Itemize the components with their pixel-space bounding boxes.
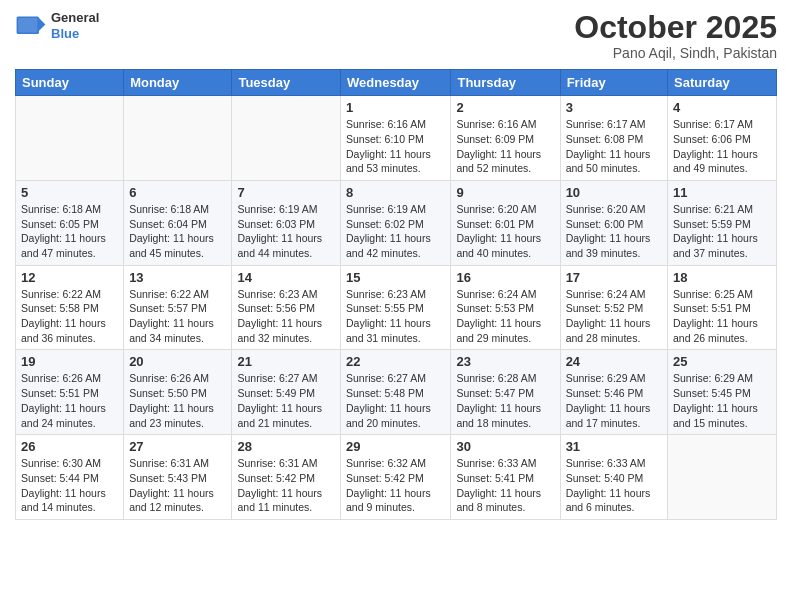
calendar-cell: 30Sunrise: 6:33 AMSunset: 5:41 PMDayligh… (451, 435, 560, 520)
calendar-cell: 13Sunrise: 6:22 AMSunset: 5:57 PMDayligh… (124, 265, 232, 350)
logo: General Blue (15, 10, 99, 42)
weekday-header-friday: Friday (560, 70, 667, 96)
day-number: 3 (566, 100, 662, 115)
day-number: 15 (346, 270, 445, 285)
day-info: Sunrise: 6:24 AMSunset: 5:52 PMDaylight:… (566, 287, 662, 346)
calendar: SundayMondayTuesdayWednesdayThursdayFrid… (15, 69, 777, 520)
day-info: Sunrise: 6:19 AMSunset: 6:03 PMDaylight:… (237, 202, 335, 261)
day-number: 10 (566, 185, 662, 200)
calendar-week-4: 19Sunrise: 6:26 AMSunset: 5:51 PMDayligh… (16, 350, 777, 435)
day-number: 12 (21, 270, 118, 285)
day-number: 7 (237, 185, 335, 200)
calendar-cell: 19Sunrise: 6:26 AMSunset: 5:51 PMDayligh… (16, 350, 124, 435)
calendar-week-2: 5Sunrise: 6:18 AMSunset: 6:05 PMDaylight… (16, 180, 777, 265)
day-number: 29 (346, 439, 445, 454)
weekday-header-monday: Monday (124, 70, 232, 96)
day-info: Sunrise: 6:21 AMSunset: 5:59 PMDaylight:… (673, 202, 771, 261)
calendar-cell: 21Sunrise: 6:27 AMSunset: 5:49 PMDayligh… (232, 350, 341, 435)
weekday-header-row: SundayMondayTuesdayWednesdayThursdayFrid… (16, 70, 777, 96)
calendar-cell: 8Sunrise: 6:19 AMSunset: 6:02 PMDaylight… (341, 180, 451, 265)
location: Pano Aqil, Sindh, Pakistan (574, 45, 777, 61)
day-info: Sunrise: 6:27 AMSunset: 5:48 PMDaylight:… (346, 371, 445, 430)
day-info: Sunrise: 6:20 AMSunset: 6:01 PMDaylight:… (456, 202, 554, 261)
day-info: Sunrise: 6:27 AMSunset: 5:49 PMDaylight:… (237, 371, 335, 430)
day-number: 2 (456, 100, 554, 115)
day-number: 21 (237, 354, 335, 369)
calendar-cell: 20Sunrise: 6:26 AMSunset: 5:50 PMDayligh… (124, 350, 232, 435)
day-info: Sunrise: 6:23 AMSunset: 5:56 PMDaylight:… (237, 287, 335, 346)
day-number: 8 (346, 185, 445, 200)
day-info: Sunrise: 6:33 AMSunset: 5:40 PMDaylight:… (566, 456, 662, 515)
calendar-cell: 31Sunrise: 6:33 AMSunset: 5:40 PMDayligh… (560, 435, 667, 520)
calendar-cell: 27Sunrise: 6:31 AMSunset: 5:43 PMDayligh… (124, 435, 232, 520)
day-info: Sunrise: 6:22 AMSunset: 5:57 PMDaylight:… (129, 287, 226, 346)
calendar-cell: 11Sunrise: 6:21 AMSunset: 5:59 PMDayligh… (668, 180, 777, 265)
calendar-cell: 22Sunrise: 6:27 AMSunset: 5:48 PMDayligh… (341, 350, 451, 435)
svg-marker-1 (39, 18, 45, 31)
weekday-header-sunday: Sunday (16, 70, 124, 96)
page: General Blue October 2025 Pano Aqil, Sin… (0, 0, 792, 612)
day-info: Sunrise: 6:25 AMSunset: 5:51 PMDaylight:… (673, 287, 771, 346)
day-info: Sunrise: 6:22 AMSunset: 5:58 PMDaylight:… (21, 287, 118, 346)
day-info: Sunrise: 6:18 AMSunset: 6:04 PMDaylight:… (129, 202, 226, 261)
day-number: 6 (129, 185, 226, 200)
day-info: Sunrise: 6:19 AMSunset: 6:02 PMDaylight:… (346, 202, 445, 261)
calendar-cell (124, 96, 232, 181)
weekday-header-wednesday: Wednesday (341, 70, 451, 96)
day-info: Sunrise: 6:26 AMSunset: 5:50 PMDaylight:… (129, 371, 226, 430)
calendar-cell: 4Sunrise: 6:17 AMSunset: 6:06 PMDaylight… (668, 96, 777, 181)
calendar-week-1: 1Sunrise: 6:16 AMSunset: 6:10 PMDaylight… (16, 96, 777, 181)
day-info: Sunrise: 6:32 AMSunset: 5:42 PMDaylight:… (346, 456, 445, 515)
day-number: 9 (456, 185, 554, 200)
day-number: 13 (129, 270, 226, 285)
day-info: Sunrise: 6:23 AMSunset: 5:55 PMDaylight:… (346, 287, 445, 346)
calendar-cell: 14Sunrise: 6:23 AMSunset: 5:56 PMDayligh… (232, 265, 341, 350)
day-number: 22 (346, 354, 445, 369)
calendar-cell: 7Sunrise: 6:19 AMSunset: 6:03 PMDaylight… (232, 180, 341, 265)
logo-line1: General (51, 10, 99, 26)
day-info: Sunrise: 6:16 AMSunset: 6:10 PMDaylight:… (346, 117, 445, 176)
day-number: 27 (129, 439, 226, 454)
calendar-cell: 5Sunrise: 6:18 AMSunset: 6:05 PMDaylight… (16, 180, 124, 265)
day-info: Sunrise: 6:30 AMSunset: 5:44 PMDaylight:… (21, 456, 118, 515)
logo-line2: Blue (51, 26, 99, 42)
header-right: October 2025 Pano Aqil, Sindh, Pakistan (574, 10, 777, 61)
calendar-cell (668, 435, 777, 520)
calendar-week-5: 26Sunrise: 6:30 AMSunset: 5:44 PMDayligh… (16, 435, 777, 520)
day-number: 14 (237, 270, 335, 285)
day-number: 30 (456, 439, 554, 454)
day-info: Sunrise: 6:31 AMSunset: 5:43 PMDaylight:… (129, 456, 226, 515)
day-info: Sunrise: 6:31 AMSunset: 5:42 PMDaylight:… (237, 456, 335, 515)
day-number: 20 (129, 354, 226, 369)
calendar-cell: 26Sunrise: 6:30 AMSunset: 5:44 PMDayligh… (16, 435, 124, 520)
calendar-cell: 6Sunrise: 6:18 AMSunset: 6:04 PMDaylight… (124, 180, 232, 265)
day-number: 16 (456, 270, 554, 285)
calendar-cell: 2Sunrise: 6:16 AMSunset: 6:09 PMDaylight… (451, 96, 560, 181)
calendar-cell: 10Sunrise: 6:20 AMSunset: 6:00 PMDayligh… (560, 180, 667, 265)
calendar-cell: 25Sunrise: 6:29 AMSunset: 5:45 PMDayligh… (668, 350, 777, 435)
svg-rect-2 (18, 18, 37, 32)
logo-text: General Blue (51, 10, 99, 41)
day-number: 24 (566, 354, 662, 369)
calendar-cell: 18Sunrise: 6:25 AMSunset: 5:51 PMDayligh… (668, 265, 777, 350)
header: General Blue October 2025 Pano Aqil, Sin… (15, 10, 777, 61)
calendar-cell: 3Sunrise: 6:17 AMSunset: 6:08 PMDaylight… (560, 96, 667, 181)
month-title: October 2025 (574, 10, 777, 45)
calendar-cell: 16Sunrise: 6:24 AMSunset: 5:53 PMDayligh… (451, 265, 560, 350)
day-info: Sunrise: 6:17 AMSunset: 6:08 PMDaylight:… (566, 117, 662, 176)
calendar-cell (232, 96, 341, 181)
calendar-cell: 23Sunrise: 6:28 AMSunset: 5:47 PMDayligh… (451, 350, 560, 435)
day-info: Sunrise: 6:18 AMSunset: 6:05 PMDaylight:… (21, 202, 118, 261)
day-number: 19 (21, 354, 118, 369)
day-number: 11 (673, 185, 771, 200)
day-number: 23 (456, 354, 554, 369)
calendar-cell: 17Sunrise: 6:24 AMSunset: 5:52 PMDayligh… (560, 265, 667, 350)
day-number: 5 (21, 185, 118, 200)
day-number: 4 (673, 100, 771, 115)
weekday-header-saturday: Saturday (668, 70, 777, 96)
day-info: Sunrise: 6:24 AMSunset: 5:53 PMDaylight:… (456, 287, 554, 346)
calendar-cell (16, 96, 124, 181)
day-info: Sunrise: 6:26 AMSunset: 5:51 PMDaylight:… (21, 371, 118, 430)
calendar-cell: 28Sunrise: 6:31 AMSunset: 5:42 PMDayligh… (232, 435, 341, 520)
logo-icon (15, 10, 47, 42)
